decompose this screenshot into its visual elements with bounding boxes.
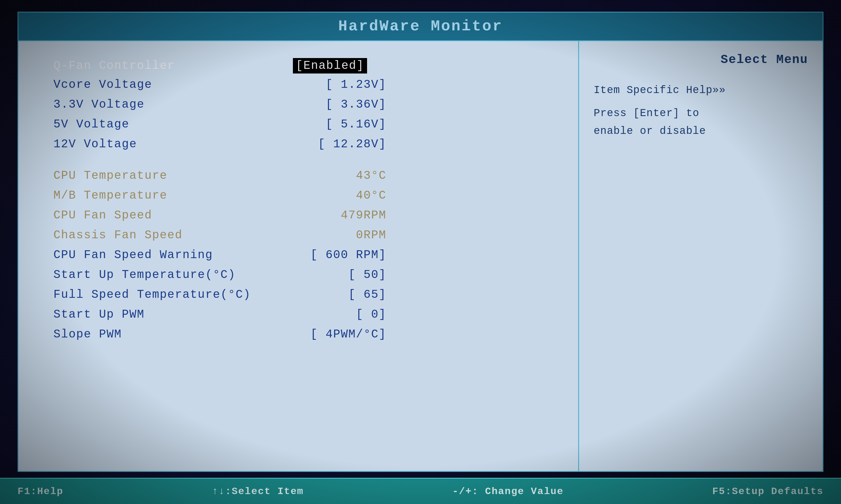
- row-label-cpu-temperature: CPU Temperature: [53, 169, 293, 182]
- row-label-q-fan-controller: Q-Fan Controller: [53, 59, 293, 72]
- row-label-vcore-voltage: Vcore Voltage: [53, 78, 293, 91]
- left-panel: Q-Fan Controller[Enabled]Vcore Voltage[ …: [18, 41, 579, 471]
- row-label-chassis-fan-speed: Chassis Fan Speed: [53, 229, 293, 242]
- row-value-q-fan-controller: [Enabled]: [293, 58, 367, 73]
- row-value-full-speed-temperature: [ 65]: [293, 288, 386, 301]
- row-label-12v-voltage: 12V Voltage: [53, 138, 293, 151]
- bios-row-3v3-voltage[interactable]: 3.3V Voltage[ 3.36V]: [53, 96, 561, 115]
- bios-row-slope-pwm[interactable]: Slope PWM[ 4PWM/°C]: [53, 325, 561, 345]
- row-label-3v3-voltage: 3.3V Voltage: [53, 98, 293, 111]
- right-panel: Select Menu Item Specific Help»» Press […: [579, 41, 823, 471]
- footer-f1-help: F1:Help: [18, 486, 63, 497]
- row-value-cpu-fan-speed: 479RPM: [293, 209, 386, 222]
- footer: F1:Help↑↓:Select Item-/+: Change ValueF5…: [0, 478, 841, 504]
- row-value-3v3-voltage: [ 3.36V]: [293, 98, 386, 111]
- bios-row-cpu-temperature: CPU Temperature43°C: [53, 167, 561, 187]
- bios-row-cpu-fan-speed-warning[interactable]: CPU Fan Speed Warning[ 600 RPM]: [53, 246, 561, 266]
- bios-outer: HardWare Monitor Q-Fan Controller[Enable…: [0, 0, 841, 478]
- bios-row-chassis-fan-speed: Chassis Fan Speed0RPM: [53, 226, 561, 246]
- page-title: HardWare Monitor: [338, 18, 502, 35]
- row-value-cpu-fan-speed-warning: [ 600 RPM]: [293, 249, 386, 262]
- row-label-mb-temperature: M/B Temperature: [53, 189, 293, 202]
- row-value-slope-pwm: [ 4PWM/°C]: [293, 328, 386, 341]
- row-value-mb-temperature: 40°C: [293, 189, 386, 202]
- bios-row-full-speed-temperature[interactable]: Full Speed Temperature(°C)[ 65]: [53, 286, 561, 306]
- row-label-startup-temperature: Start Up Temperature(°C): [53, 268, 293, 282]
- bios-row-startup-temperature[interactable]: Start Up Temperature(°C)[ 50]: [53, 266, 561, 286]
- row-value-12v-voltage: [ 12.28V]: [293, 138, 386, 151]
- row-value-startup-temperature: [ 50]: [293, 268, 386, 282]
- bios-spacer-5: [53, 155, 561, 167]
- row-value-startup-pwm: [ 0]: [293, 308, 386, 321]
- row-label-slope-pwm: Slope PWM: [53, 328, 293, 341]
- bios-row-5v-voltage[interactable]: 5V Voltage[ 5.16V]: [53, 115, 561, 135]
- row-label-startup-pwm: Start Up PWM: [53, 308, 293, 321]
- row-value-vcore-voltage: [ 1.23V]: [293, 78, 386, 91]
- main-content: Q-Fan Controller[Enabled]Vcore Voltage[ …: [18, 41, 823, 472]
- row-value-5v-voltage: [ 5.16V]: [293, 118, 386, 131]
- row-label-cpu-fan-speed-warning: CPU Fan Speed Warning: [53, 249, 293, 262]
- footer-arrow-nav: ↑↓:Select Item: [212, 486, 304, 497]
- row-label-cpu-fan-speed: CPU Fan Speed: [53, 209, 293, 222]
- row-value-cpu-temperature: 43°C: [293, 169, 386, 182]
- bios-row-12v-voltage[interactable]: 12V Voltage[ 12.28V]: [53, 135, 561, 155]
- select-menu-title: Select Menu: [594, 53, 808, 67]
- bios-row-startup-pwm[interactable]: Start Up PWM[ 0]: [53, 306, 561, 325]
- item-specific-help-title: Item Specific Help»»: [594, 82, 808, 99]
- row-label-5v-voltage: 5V Voltage: [53, 118, 293, 131]
- row-label-full-speed-temperature: Full Speed Temperature(°C): [53, 288, 293, 301]
- footer-f5-default: F5:Setup Defaults: [712, 486, 823, 497]
- title-bar: HardWare Monitor: [18, 12, 823, 41]
- bios-row-cpu-fan-speed: CPU Fan Speed479RPM: [53, 206, 561, 226]
- bios-screen: HardWare Monitor Q-Fan Controller[Enable…: [0, 0, 841, 504]
- item-specific-help-text: Press [Enter] to enable or disable: [594, 104, 808, 140]
- bios-row-q-fan-controller[interactable]: Q-Fan Controller[Enabled]: [53, 56, 561, 76]
- footer-pm-change: -/+: Change Value: [452, 486, 564, 497]
- bios-row-mb-temperature: M/B Temperature40°C: [53, 187, 561, 206]
- row-value-chassis-fan-speed: 0RPM: [293, 229, 386, 242]
- bios-row-vcore-voltage[interactable]: Vcore Voltage[ 1.23V]: [53, 76, 561, 96]
